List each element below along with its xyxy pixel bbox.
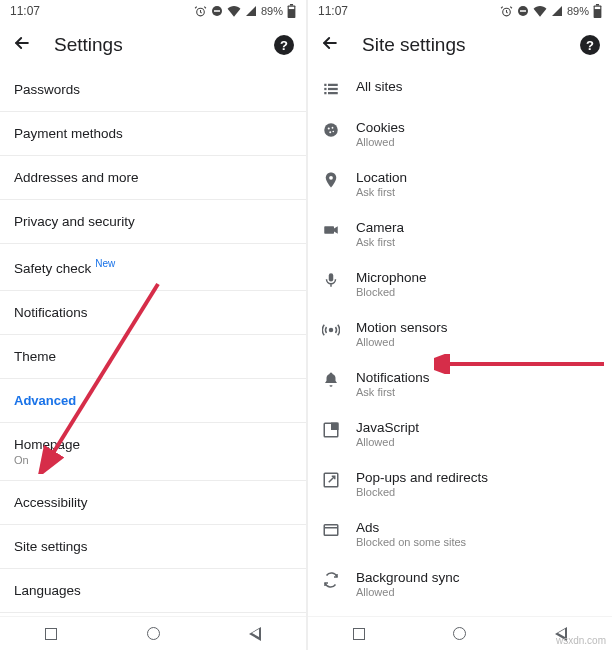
svg-rect-18: [328, 92, 338, 94]
row-addresses[interactable]: Addresses and more: [0, 156, 306, 200]
row-homepage[interactable]: HomepageOn: [0, 423, 306, 481]
row-all-sites[interactable]: All sites: [308, 68, 612, 109]
svg-rect-5: [289, 7, 294, 9]
cell-icon: [551, 5, 563, 17]
battery-icon: [593, 4, 602, 18]
svg-rect-10: [596, 4, 599, 6]
popup-icon: [322, 470, 356, 489]
section-advanced: Advanced: [0, 379, 306, 423]
svg-point-24: [329, 176, 333, 180]
status-time: 11:07: [318, 4, 348, 18]
ads-icon: [322, 520, 356, 539]
nav-home-icon[interactable]: [451, 625, 469, 643]
svg-rect-13: [324, 84, 326, 86]
row-notifications[interactable]: NotificationsAsk first: [308, 359, 612, 409]
header: Settings ?: [0, 22, 306, 68]
svg-point-23: [332, 131, 334, 133]
dnd-icon: [211, 5, 223, 17]
watermark: wsxdn.com: [556, 635, 606, 646]
svg-rect-2: [214, 10, 220, 12]
js-icon: [322, 420, 356, 439]
settings-list: Passwords Payment methods Addresses and …: [0, 68, 306, 650]
svg-point-20: [328, 127, 330, 129]
battery-icon: [287, 4, 296, 18]
svg-rect-14: [328, 84, 338, 86]
row-privacy-security[interactable]: Privacy and security: [0, 200, 306, 244]
svg-rect-12: [595, 7, 600, 9]
help-icon[interactable]: ?: [274, 35, 294, 55]
camera-icon: [322, 220, 356, 239]
status-time: 11:07: [10, 4, 40, 18]
row-microphone[interactable]: MicrophoneBlocked: [308, 259, 612, 309]
alarm-icon: [500, 5, 513, 18]
wifi-icon: [533, 5, 547, 17]
motion-icon: [322, 320, 356, 339]
site-settings-list: All sites CookiesAllowed LocationAsk fir…: [308, 68, 612, 650]
svg-rect-15: [324, 88, 326, 90]
svg-point-27: [330, 329, 333, 332]
svg-point-22: [329, 131, 331, 133]
page-title: Settings: [54, 34, 123, 56]
nav-recent-icon[interactable]: [350, 625, 368, 643]
row-passwords[interactable]: Passwords: [0, 68, 306, 112]
svg-rect-26: [329, 273, 334, 281]
row-notifications[interactable]: Notifications: [0, 291, 306, 335]
header: Site settings ?: [308, 22, 612, 68]
nav-home-icon[interactable]: [144, 625, 162, 643]
help-icon[interactable]: ?: [580, 35, 600, 55]
bell-icon: [322, 370, 356, 389]
row-motion-sensors[interactable]: Motion sensorsAllowed: [308, 309, 612, 359]
svg-point-21: [332, 127, 334, 129]
battery-pct: 89%: [567, 5, 589, 17]
row-location[interactable]: LocationAsk first: [308, 159, 612, 209]
new-badge: New: [95, 258, 115, 269]
settings-screen: 11:07 89% Settings ? Passwords Payment m…: [0, 0, 306, 650]
svg-point-19: [324, 123, 338, 137]
sync-icon: [322, 570, 356, 589]
location-icon: [322, 170, 356, 189]
svg-rect-16: [328, 88, 338, 90]
back-icon[interactable]: [320, 33, 340, 57]
row-site-settings[interactable]: Site settings: [0, 525, 306, 569]
svg-rect-3: [290, 4, 293, 6]
row-safety-check[interactable]: Safety checkNew: [0, 244, 306, 291]
svg-rect-17: [324, 92, 326, 94]
alarm-icon: [194, 5, 207, 18]
page-title: Site settings: [362, 34, 466, 56]
nav-recent-icon[interactable]: [42, 625, 60, 643]
cell-icon: [245, 5, 257, 17]
svg-rect-29: [332, 423, 338, 429]
svg-rect-25: [324, 226, 334, 234]
row-background-sync[interactable]: Background syncAllowed: [308, 559, 612, 609]
list-icon: [322, 79, 356, 98]
nav-bar: [0, 616, 306, 650]
site-settings-screen: 11:07 89% Site settings ? All sites Cook…: [306, 0, 612, 650]
row-theme[interactable]: Theme: [0, 335, 306, 379]
status-bar: 11:07 89%: [308, 0, 612, 22]
svg-rect-31: [324, 525, 338, 536]
svg-rect-9: [520, 10, 526, 12]
row-accessibility[interactable]: Accessibility: [0, 481, 306, 525]
row-payment-methods[interactable]: Payment methods: [0, 112, 306, 156]
cookie-icon: [322, 120, 356, 139]
back-icon[interactable]: [12, 33, 32, 57]
row-ads[interactable]: AdsBlocked on some sites: [308, 509, 612, 559]
nav-back-icon[interactable]: [246, 625, 264, 643]
row-languages[interactable]: Languages: [0, 569, 306, 613]
row-popups[interactable]: Pop-ups and redirectsBlocked: [308, 459, 612, 509]
row-camera[interactable]: CameraAsk first: [308, 209, 612, 259]
battery-pct: 89%: [261, 5, 283, 17]
row-javascript[interactable]: JavaScriptAllowed: [308, 409, 612, 459]
dnd-icon: [517, 5, 529, 17]
wifi-icon: [227, 5, 241, 17]
mic-icon: [322, 270, 356, 289]
row-cookies[interactable]: CookiesAllowed: [308, 109, 612, 159]
status-bar: 11:07 89%: [0, 0, 306, 22]
